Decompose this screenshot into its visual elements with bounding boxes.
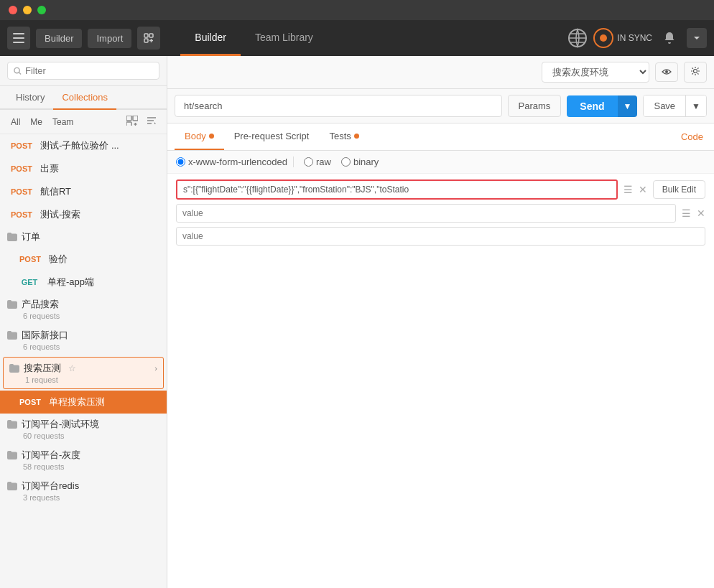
save-button[interactable]: Save bbox=[644, 95, 685, 116]
tab-builder[interactable]: Builder bbox=[180, 20, 241, 56]
tab-team-library[interactable]: Team Library bbox=[241, 20, 328, 56]
method-badge: GET bbox=[16, 277, 43, 287]
item-name: 测试-搜索 bbox=[40, 208, 159, 221]
sidebar-item-5[interactable]: POST 验价 bbox=[0, 248, 167, 271]
chevron-right-icon[interactable]: › bbox=[154, 364, 157, 373]
save-dropdown-button[interactable]: ▼ bbox=[685, 95, 706, 116]
folder-name: 订单 bbox=[22, 230, 40, 243]
header-dropdown-button[interactable] bbox=[687, 28, 707, 48]
send-button-wrap: Send ▼ bbox=[567, 95, 637, 117]
folder-item-12[interactable]: 订阅平台-灰度 58 requests bbox=[0, 444, 167, 475]
raw-radio-label[interactable]: raw bbox=[304, 157, 331, 167]
svg-point-12 bbox=[600, 34, 607, 42]
svg-rect-15 bbox=[126, 116, 131, 121]
sidebar-list: POST 测试-子舱位验价 ... POST 出票 POST 航信RT POST… bbox=[0, 134, 167, 588]
eye-button[interactable] bbox=[655, 62, 678, 82]
filter-team[interactable]: Team bbox=[49, 116, 77, 129]
sidebar-item-3[interactable]: POST 测试-搜索 bbox=[0, 203, 167, 226]
header-tabs: Builder Team Library bbox=[166, 20, 562, 56]
binary-radio[interactable] bbox=[341, 157, 351, 167]
svg-rect-17 bbox=[126, 122, 131, 126]
notification-button[interactable] bbox=[658, 27, 681, 50]
tab-collections[interactable]: Collections bbox=[53, 86, 116, 110]
row-delete-icon-0[interactable]: ✕ bbox=[639, 184, 647, 195]
body-row-0: ☰ ✕ Bulk Edit bbox=[176, 179, 705, 200]
folder-item-13[interactable]: 订阅平台redis 3 requests bbox=[0, 475, 167, 506]
item-name: 航信RT bbox=[40, 185, 159, 198]
sidebar-item-10[interactable]: POST 单程搜索压测 bbox=[0, 391, 167, 414]
new-tab-button[interactable] bbox=[137, 27, 160, 50]
folder-icon bbox=[7, 420, 17, 429]
tab-body[interactable]: Body bbox=[175, 123, 224, 150]
tab-history[interactable]: History bbox=[7, 86, 53, 110]
sidebar-toggle-button[interactable] bbox=[7, 27, 30, 50]
sidebar-item-2[interactable]: POST 航信RT bbox=[0, 180, 167, 203]
folder-item-7[interactable]: 产品搜索 6 requests bbox=[0, 294, 167, 325]
folder-item-11[interactable]: 订阅平台-测试环境 60 requests bbox=[0, 414, 167, 444]
titlebar bbox=[0, 0, 714, 20]
binary-radio-label[interactable]: binary bbox=[341, 157, 379, 167]
folder-item-9[interactable]: 搜索压测 ☆ › 1 request bbox=[3, 357, 164, 389]
request-tabs: Body Pre-request Script Tests Code bbox=[167, 123, 714, 151]
tests-dot bbox=[354, 134, 359, 139]
method-badge: POST bbox=[7, 164, 36, 174]
send-dropdown-button[interactable]: ▼ bbox=[618, 95, 638, 117]
svg-rect-5 bbox=[144, 39, 148, 42]
settings-button[interactable] bbox=[684, 62, 707, 83]
url-row: Params Send ▼ Save ▼ bbox=[175, 95, 707, 117]
search-input[interactable] bbox=[25, 65, 153, 76]
url-bar-section: Params Send ▼ Save ▼ bbox=[167, 89, 714, 123]
body-dot bbox=[209, 134, 214, 139]
star-icon[interactable]: ☆ bbox=[68, 363, 76, 373]
item-name: 测试-子舱位验价 ... bbox=[40, 139, 159, 152]
item-name: 单程-app端 bbox=[47, 276, 159, 289]
body-type-label: x-www-form-urlencoded bbox=[176, 157, 294, 167]
close-button[interactable] bbox=[9, 6, 17, 14]
folder-icon bbox=[7, 300, 17, 309]
folder-name: 订阅平台redis bbox=[22, 480, 79, 493]
app-body: History Collections All Me Team bbox=[0, 56, 714, 588]
tab-pre-request[interactable]: Pre-request Script bbox=[224, 123, 320, 150]
runner-button[interactable]: Builder bbox=[36, 29, 82, 48]
row-delete-icon-1[interactable]: ✕ bbox=[697, 207, 705, 219]
svg-rect-1 bbox=[13, 37, 24, 39]
maximize-button[interactable] bbox=[37, 6, 46, 14]
sync-button[interactable]: IN SYNC bbox=[593, 28, 652, 48]
body-row-1: ☰ ✕ bbox=[176, 204, 705, 223]
raw-radio[interactable] bbox=[304, 157, 313, 167]
svg-rect-16 bbox=[133, 116, 138, 121]
folder-name: 产品搜索 bbox=[22, 298, 59, 311]
params-button[interactable]: Params bbox=[508, 95, 562, 117]
sidebar-tabs: History Collections bbox=[0, 86, 167, 110]
sort-button[interactable] bbox=[144, 114, 159, 129]
url-input[interactable] bbox=[175, 95, 502, 117]
svg-rect-2 bbox=[13, 42, 24, 43]
new-collection-button[interactable] bbox=[124, 114, 141, 129]
sync-icon bbox=[593, 28, 613, 48]
body-key-1[interactable] bbox=[176, 204, 676, 223]
tab-tests[interactable]: Tests bbox=[319, 123, 368, 150]
code-link[interactable]: Code bbox=[677, 124, 707, 149]
body-key-2[interactable] bbox=[176, 227, 705, 246]
form-encoded-radio-label[interactable]: x-www-form-urlencoded bbox=[176, 157, 287, 167]
sidebar-item-6[interactable]: GET 单程-app端 bbox=[0, 271, 167, 294]
sidebar-item-0[interactable]: POST 测试-子舱位验价 ... bbox=[0, 134, 167, 157]
folder-icon bbox=[7, 482, 17, 490]
bulk-edit-button[interactable]: Bulk Edit bbox=[653, 180, 705, 199]
send-button[interactable]: Send bbox=[567, 95, 617, 117]
minimize-button[interactable] bbox=[23, 6, 32, 14]
filter-all[interactable]: All bbox=[7, 116, 24, 129]
env-select[interactable]: 搜索灰度环境 bbox=[542, 62, 649, 83]
row-menu-icon-1[interactable]: ☰ bbox=[682, 207, 691, 219]
form-encoded-radio[interactable] bbox=[176, 157, 185, 167]
body-key-0[interactable] bbox=[176, 179, 618, 200]
item-name: 验价 bbox=[49, 253, 159, 266]
folder-item-8[interactable]: 国际新接口 6 requests bbox=[0, 325, 167, 355]
import-button[interactable]: Import bbox=[88, 29, 131, 48]
filter-me[interactable]: Me bbox=[27, 116, 46, 129]
row-menu-icon-0[interactable]: ☰ bbox=[623, 184, 633, 195]
sidebar-item-1[interactable]: POST 出票 bbox=[0, 157, 167, 180]
folder-item-4[interactable]: 订单 bbox=[0, 226, 167, 248]
runner-label: Builder bbox=[45, 33, 73, 44]
svg-line-14 bbox=[19, 72, 21, 74]
